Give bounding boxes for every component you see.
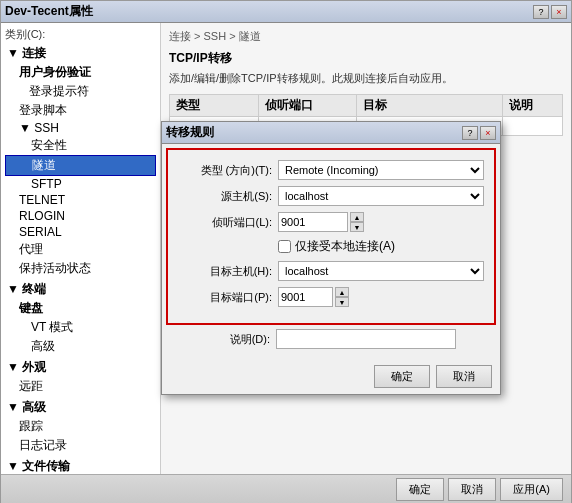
target-spin-buttons: ▲ ▼ (335, 287, 349, 307)
target-host-row: 目标主机(H): localhost (178, 261, 484, 281)
target-port-row: 目标端口(P): ▲ ▼ (178, 287, 484, 307)
source-label: 源主机(S): (178, 189, 278, 204)
row-desc (503, 117, 563, 136)
target-port-input-group: ▲ ▼ (278, 287, 484, 307)
col-port: 侦听端口 (258, 95, 356, 117)
dialog-ok-button[interactable]: 确定 (374, 365, 430, 388)
title-bar: Dev-Tecent属性 ? × (1, 1, 571, 23)
help-button[interactable]: ? (533, 5, 549, 19)
desc-outer-row: 说明(D): (162, 329, 500, 353)
tree-item-file-transfer[interactable]: ▼ 文件传输 (5, 457, 156, 474)
listen-control: ▲ ▼ (278, 212, 484, 232)
description: 添加/编辑/删除TCP/IP转移规则。此规则连接后自动应用。 (169, 71, 563, 86)
listen-port-control: ▲ ▼ (278, 212, 484, 232)
dialog-title-text: 转移规则 (166, 124, 214, 141)
target-host-control: localhost (278, 261, 484, 281)
tree-item-logging[interactable]: 日志记录 (5, 436, 156, 455)
target-port-input[interactable] (278, 287, 333, 307)
target-host-select[interactable]: localhost (278, 261, 484, 281)
main-window: Dev-Tecent属性 ? × 类别(C): ▼ 连接 用户身份验证 登录提示… (0, 0, 572, 503)
title-bar-buttons: ? × (533, 5, 567, 19)
local-only-label: 仅接受本地连接(A) (295, 238, 395, 255)
dialog-body: 类型 (方向)(T): Remote (Incoming) Local (Out… (166, 148, 496, 325)
dialog: 转移规则 ? × 类型 (方向)(T): Remote (Incoming) L… (161, 121, 501, 395)
tree-item-connect[interactable]: ▼ 连接 (5, 44, 156, 63)
tree-group: ▼ 连接 用户身份验证 登录提示符 登录脚本 ▼ SSH 安全性 隧道 SFTP… (5, 44, 156, 474)
tree-item-login-prompt[interactable]: 登录提示符 (5, 82, 156, 101)
spin-down[interactable]: ▼ (350, 222, 364, 232)
expand-icon: ▼ (7, 46, 22, 60)
expand-icon-advanced2: ▼ (7, 400, 22, 414)
breadcrumb: 连接 > SSH > 隧道 (169, 29, 563, 44)
tree-item-advanced2[interactable]: ▼ 高级 (5, 398, 156, 417)
expand-icon-ssh: ▼ (19, 121, 34, 135)
bottom-bar: 确定 取消 应用(A) (1, 474, 571, 503)
close-button[interactable]: × (551, 5, 567, 19)
tree-item-user-auth[interactable]: 用户身份验证 (5, 63, 156, 82)
source-select[interactable]: localhost (278, 186, 484, 206)
source-control: localhost (278, 186, 484, 206)
target-spin-down[interactable]: ▼ (335, 297, 349, 307)
target-port-control: ▲ ▼ (278, 287, 484, 307)
col-desc: 说明 (503, 95, 563, 117)
local-only-checkbox[interactable] (278, 240, 291, 253)
listen-label: 侦听端口(L): (178, 215, 278, 230)
tree-item-serial[interactable]: SERIAL (5, 224, 156, 240)
source-row: 源主机(S): localhost (178, 186, 484, 206)
local-only-row: 仅接受本地连接(A) (178, 238, 484, 255)
col-type: 类型 (170, 95, 259, 117)
tree-item-vt-mode[interactable]: VT 模式 (5, 318, 156, 337)
desc-label: 说明(D): (176, 332, 276, 347)
tree-root-label: 类别(C): (5, 27, 156, 42)
spin-buttons: ▲ ▼ (350, 212, 364, 232)
local-only-control: 仅接受本地连接(A) (278, 238, 484, 255)
tree-item-telnet[interactable]: TELNET (5, 192, 156, 208)
ok-button[interactable]: 确定 (396, 478, 444, 501)
target-host-label: 目标主机(H): (178, 264, 278, 279)
tree-item-sftp[interactable]: SFTP (5, 176, 156, 192)
type-row: 类型 (方向)(T): Remote (Incoming) Local (Out… (178, 160, 484, 180)
desc-input[interactable] (276, 329, 456, 349)
dialog-close-button[interactable]: × (480, 126, 496, 140)
tree-item-advanced[interactable]: 高级 (5, 337, 156, 356)
tree-item-rlogin[interactable]: RLOGIN (5, 208, 156, 224)
type-label: 类型 (方向)(T): (178, 163, 278, 178)
type-select[interactable]: Remote (Incoming) Local (Outgoing) Dynam… (278, 160, 484, 180)
apply-button[interactable]: 应用(A) (500, 478, 563, 501)
cancel-button[interactable]: 取消 (448, 478, 496, 501)
listen-row: 侦听端口(L): ▲ ▼ (178, 212, 484, 232)
dialog-title-bar: 转移规则 ? × (162, 122, 500, 144)
tree-item-login-script[interactable]: 登录脚本 (5, 101, 156, 120)
tree-item-keepalive[interactable]: 保持活动状态 (5, 259, 156, 278)
window-title: Dev-Tecent属性 (5, 3, 93, 20)
desc-control (276, 329, 486, 349)
tree-item-ssh[interactable]: ▼ SSH (5, 120, 156, 136)
tree-item-tunnel[interactable]: 隧道 (5, 155, 156, 176)
dialog-footer: 确定 取消 (162, 359, 500, 394)
tree-item-security[interactable]: 安全性 (5, 136, 156, 155)
left-panel: 类别(C): ▼ 连接 用户身份验证 登录提示符 登录脚本 ▼ SSH 安全性 … (1, 23, 161, 474)
tree-item-terminal[interactable]: ▼ 终端 (5, 280, 156, 299)
dialog-title-buttons: ? × (462, 126, 496, 140)
spin-up[interactable]: ▲ (350, 212, 364, 222)
expand-icon-file-transfer: ▼ (7, 459, 22, 473)
dialog-cancel-button[interactable]: 取消 (436, 365, 492, 388)
expand-icon-appearance: ▼ (7, 360, 22, 374)
tree-item-tracing[interactable]: 跟踪 (5, 417, 156, 436)
type-control: Remote (Incoming) Local (Outgoing) Dynam… (278, 160, 484, 180)
target-spin-up[interactable]: ▲ (335, 287, 349, 297)
tree-item-remote-look[interactable]: 远距 (5, 377, 156, 396)
tree-item-proxy[interactable]: 代理 (5, 240, 156, 259)
col-target: 目标 (357, 95, 503, 117)
checkbox-row: 仅接受本地连接(A) (278, 238, 484, 255)
expand-icon-terminal: ▼ (7, 282, 22, 296)
tree-item-keyboard[interactable]: 键盘 (5, 299, 156, 318)
dialog-help-button[interactable]: ? (462, 126, 478, 140)
tree-item-appearance[interactable]: ▼ 外观 (5, 358, 156, 377)
target-port-label: 目标端口(P): (178, 290, 278, 305)
listen-port-input[interactable] (278, 212, 348, 232)
section-title: TCP/IP转移 (169, 50, 563, 67)
